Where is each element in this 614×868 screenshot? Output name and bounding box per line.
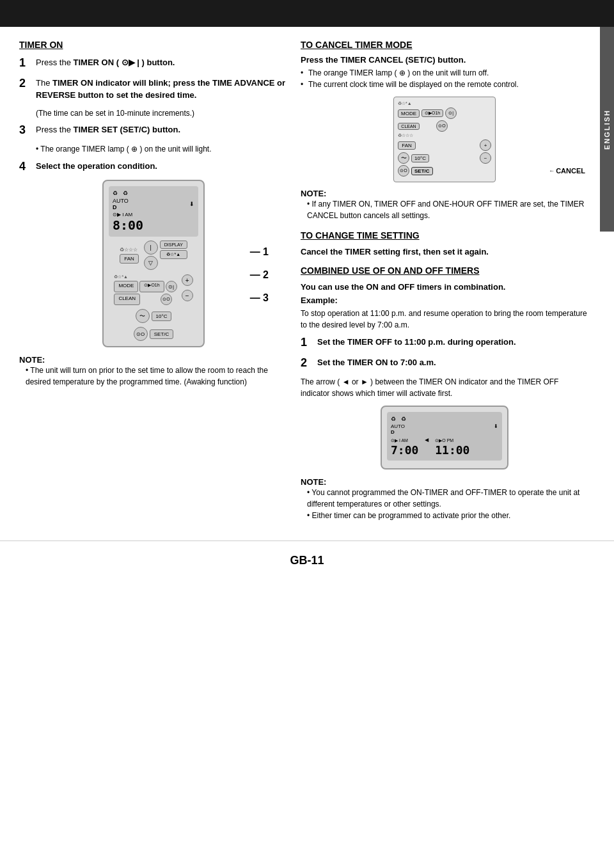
fan-btn[interactable]: FAN xyxy=(120,254,139,264)
btn-row-fan: ♻☆☆☆ FAN | ▽ DISPLAY ♻☆*▲ xyxy=(120,241,187,270)
cancel-mode-btn[interactable]: MODE xyxy=(398,109,420,118)
page-footer: GB-11 xyxy=(0,541,614,580)
display-circle[interactable]: ▽ xyxy=(144,256,158,270)
cancel-bullets: The orange TIMER lamp ( ⊕ ) on the unit … xyxy=(301,67,588,90)
combined-intro: You can use the ON and OFF timers in com… xyxy=(301,282,588,292)
cancel-mode-icons: ♻☆*▲ xyxy=(398,101,412,106)
wave-btn[interactable]: 〜 xyxy=(136,309,150,323)
step-1-num: 1 xyxy=(19,56,31,70)
combined-remote: ♻ ♻ AUTOD ⬇ ⊙▶ I AM 7:00 ◄ xyxy=(381,406,508,470)
combined-remote-container: ♻ ♻ AUTOD ⬇ ⊙▶ I AM 7:00 ◄ xyxy=(301,406,588,470)
cancel-note-text: • If any TIMER ON, TIMER OFF and ONE-HOU… xyxy=(307,198,588,221)
cancel-timer-oo-btn[interactable]: ⊙O xyxy=(436,120,448,132)
combined-arrow: ◄ xyxy=(423,436,430,443)
cancel-fan-btn[interactable]: FAN xyxy=(398,141,416,150)
combined-title: COMBINED USE OF ON AND OFF TIMERS xyxy=(301,265,588,276)
step-1-text: Press the TIMER ON ( ⊙▶ | ) button. xyxy=(36,56,175,69)
combined-note-bullets: • You cannot programmed the ON-TIMER and… xyxy=(307,487,588,521)
combined-note-bullet-1: • You cannot programmed the ON-TIMER and… xyxy=(307,487,588,510)
cancel-arrow-sym: ← xyxy=(549,168,555,174)
circle-btn[interactable]: ⊙O xyxy=(134,327,148,341)
step-2-text: The TIMER ON indicator will blink; press… xyxy=(36,77,288,102)
cancel-remote-row5: FAN + xyxy=(398,139,491,151)
cancel-temp-btn[interactable]: 10°C xyxy=(411,154,429,162)
time-label: ⊙▶ I AM xyxy=(113,212,194,217)
combined-arrow-down: ⬇ xyxy=(494,423,498,435)
on-circle[interactable]: | xyxy=(144,241,158,255)
arrow-text: The arrow ( ◄ or ► ) between the TIMER O… xyxy=(301,376,588,399)
cancel-minus-btn[interactable]: − xyxy=(480,152,491,164)
combined-note-bullet-2: • Either timer can be programmed to acti… xyxy=(307,510,588,521)
combined-step-1-num: 1 xyxy=(301,336,312,350)
combined-step-2-num: 2 xyxy=(301,356,312,370)
timer-on-title: TIMER ON xyxy=(19,40,288,50)
step-4-num: 4 xyxy=(19,160,31,174)
timer1h-btn[interactable]: ⊙▶O1h xyxy=(139,281,164,292)
bullet-1: The orange TIMER lamp ( ⊕ ) on the unit … xyxy=(301,67,588,79)
cancel-title: TO CANCEL TIMER MODE xyxy=(301,40,588,50)
cancel-timer1h-btn[interactable]: ⊙▶O1h xyxy=(421,109,443,117)
combined-note-title: NOTE: xyxy=(301,477,588,487)
combined-auto: AUTOD xyxy=(391,423,405,435)
step-3: 3 Press the TIMER SET (SET/C) button. xyxy=(19,123,288,138)
step-label-3: — 3 xyxy=(250,292,269,304)
example-label: Example: xyxy=(301,296,588,305)
mode-icons-small: ♻☆*▲ xyxy=(114,274,128,280)
right-buttons: | ▽ DISPLAY ♻☆*▲ xyxy=(144,241,187,270)
remote-display: ♻ ♻ AUTOD ⬇ ⊙▶ I AM 8:00 xyxy=(109,186,198,237)
clean-btn[interactable]: CLEAN xyxy=(114,294,140,305)
combined-on-time: 7:00 xyxy=(391,443,418,457)
cancel-timer-on-btn[interactable]: ⊙| xyxy=(445,107,457,119)
step-2-sub: (The time can be set in 10-minute increm… xyxy=(36,108,288,119)
step-3-num: 3 xyxy=(19,123,31,138)
bullet-2: The current clock time will be displayed… xyxy=(301,79,588,90)
cancel-circle-btn[interactable]: ⊙O xyxy=(398,165,409,177)
cancel-arrow-label: ← CANCEL xyxy=(549,167,585,175)
remote-buttons: ♻☆☆☆ FAN | ▽ DISPLAY ♻☆*▲ xyxy=(109,241,198,341)
combined-off-section: ⊙▶O PM 11:00 xyxy=(435,438,469,457)
auto-label: AUTOD xyxy=(113,198,129,210)
top-bar xyxy=(0,0,614,27)
change-title: TO CHANGE TIME SETTING xyxy=(301,230,588,241)
setc-row: ⊙O SET/C xyxy=(134,327,174,341)
step-labels: — 1 — 2 — 3 xyxy=(250,246,269,304)
setc-btn[interactable]: SET/C xyxy=(150,329,174,339)
bottom-btn-area: ♻☆*▲ MODE ⊙▶O1h ⊙| CLEAN ⊙O xyxy=(114,274,193,305)
cancel-wave-btn[interactable]: 〜 xyxy=(398,152,409,164)
combined-note: NOTE: • You cannot programmed the ON-TIM… xyxy=(301,477,588,521)
mode-btn[interactable]: MODE xyxy=(114,281,138,292)
mode-icons2: ♻☆*▲ xyxy=(160,250,187,259)
minus-btn[interactable]: − xyxy=(182,290,193,301)
combined-times: ⊙▶ I AM 7:00 ◄ ⊙▶O PM 11:00 xyxy=(391,436,498,457)
change-text: Cancel the TIMER setting first, then set… xyxy=(301,247,588,256)
step-2-num: 2 xyxy=(19,77,31,91)
cancel-remote-row2: MODE ⊙▶O1h ⊙| xyxy=(398,107,491,119)
cancel-text-label: CANCEL xyxy=(556,167,585,175)
cancel-fan-icons: ♻☆☆☆ xyxy=(398,133,413,138)
combined-off-time: 11:00 xyxy=(435,443,469,457)
combined-pm-label: ⊙▶O PM xyxy=(435,438,469,443)
combined-on-section: ⊙▶ I AM 7:00 xyxy=(391,438,418,457)
left-note: NOTE: • The unit will turn on prior to t… xyxy=(19,355,288,388)
cancel-plus-btn[interactable]: + xyxy=(480,139,491,151)
big-remote: ♻ ♻ AUTOD ⬇ ⊙▶ I AM 8:00 ♻☆☆☆ FAN xyxy=(102,180,205,347)
cancel-remote-container: ♻☆*▲ MODE ⊙▶O1h ⊙| CLEAN ⊙O ♻☆☆☆ FAN xyxy=(301,97,588,182)
step-4-text: Select the operation condition. xyxy=(36,160,157,173)
cancel-clean-btn[interactable]: CLEAN xyxy=(398,123,420,130)
example-text: To stop operation at 11:00 p.m. and resu… xyxy=(301,308,588,331)
timer-on-btn[interactable]: ⊙| xyxy=(166,281,177,292)
change-section: TO CHANGE TIME SETTING Cancel the TIMER … xyxy=(301,230,588,256)
step-1: 1 Press the TIMER ON ( ⊙▶ | ) button. xyxy=(19,56,288,70)
temp-btn[interactable]: 10°C xyxy=(152,312,172,321)
display-btn[interactable]: DISPLAY xyxy=(160,241,187,249)
note-title: NOTE: xyxy=(19,355,288,365)
remote-illustration: ♻ ♻ AUTOD ⬇ ⊙▶ I AM 8:00 ♻☆☆☆ FAN xyxy=(32,180,275,347)
cancel-setc-btn[interactable]: SET/C xyxy=(411,167,433,175)
combined-step-1-text: Set the TIMER OFF to 11:00 p.m. during o… xyxy=(317,336,516,349)
note-text: • The unit will turn on prior to the set… xyxy=(26,365,288,388)
timer-oo-btn[interactable]: ⊙O xyxy=(161,294,172,305)
combined-step-2: 2 Set the TIMER ON to 7:00 a.m. xyxy=(301,356,588,370)
plus-btn[interactable]: + xyxy=(182,274,193,286)
step-label-1: — 1 xyxy=(250,246,269,258)
cancel-remote-row7: ⊙O SET/C xyxy=(398,165,491,177)
